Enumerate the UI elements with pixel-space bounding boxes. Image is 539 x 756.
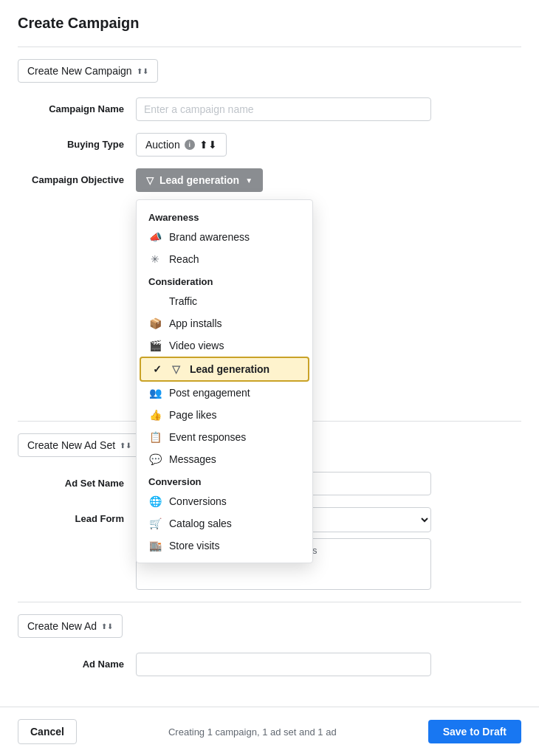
- consideration-section-label: Consideration: [137, 270, 312, 290]
- create-campaign-button[interactable]: Create New Campaign ⬆⬇: [18, 59, 158, 83]
- conversions-label: Conversions: [169, 495, 227, 507]
- brand-awareness-item[interactable]: 📣 Brand awareness: [137, 226, 312, 248]
- create-campaign-label: Create New Campaign: [27, 65, 132, 77]
- campaign-objective-button[interactable]: ▽ Lead generation ▼: [136, 168, 263, 192]
- traffic-item[interactable]: Traffic: [137, 290, 312, 312]
- page-likes-icon: 👍: [148, 409, 162, 421]
- page-title: Create Campaign: [18, 15, 521, 32]
- campaign-objective-label: Campaign Objective: [18, 168, 136, 185]
- post-engagement-icon: 👥: [148, 387, 162, 399]
- buying-type-arrow: ⬆⬇: [199, 139, 217, 151]
- info-icon: i: [185, 140, 195, 150]
- save-to-draft-button[interactable]: Save to Draft: [428, 720, 521, 743]
- create-ad-set-label: Create New Ad Set: [27, 439, 115, 451]
- page-likes-label: Page likes: [169, 409, 217, 421]
- app-installs-icon: 📦: [148, 317, 162, 329]
- lead-generation-label: Lead generation: [190, 363, 270, 375]
- post-engagement-label: Post engagement: [169, 387, 250, 399]
- catalog-sales-icon: 🛒: [148, 518, 162, 529]
- filter-icon: ▽: [146, 175, 154, 186]
- ad-dropdown-arrow: ⬆⬇: [101, 622, 113, 630]
- messages-item[interactable]: 💬 Messages: [137, 448, 312, 470]
- buying-type-button[interactable]: Auction i ⬆⬇: [136, 133, 227, 157]
- store-visits-icon: 🏬: [148, 540, 162, 551]
- lead-form-label: Lead Form: [18, 507, 136, 524]
- messages-icon: 💬: [148, 453, 162, 465]
- campaign-name-input[interactable]: [136, 97, 431, 121]
- auction-label: Auction: [145, 139, 180, 151]
- campaign-objective-row: Campaign Objective ▽ Lead generation ▼ A…: [18, 168, 521, 192]
- objective-chevron: ▼: [245, 176, 253, 185]
- check-icon: ✓: [153, 363, 162, 375]
- campaign-name-label: Campaign Name: [18, 97, 136, 114]
- objective-selected-label: Lead generation: [159, 174, 239, 186]
- video-views-label: Video views: [169, 340, 224, 351]
- app-installs-label: App installs: [169, 317, 222, 329]
- reach-label: Reach: [169, 253, 199, 265]
- create-ad-set-button[interactable]: Create New Ad Set ⬆⬇: [18, 433, 141, 457]
- conversion-section-label: Conversion: [137, 470, 312, 490]
- campaign-name-row: Campaign Name: [18, 97, 521, 121]
- page-likes-item[interactable]: 👍 Page likes: [137, 404, 312, 426]
- event-responses-item[interactable]: 📋 Event responses: [137, 426, 312, 448]
- catalog-sales-label: Catalog sales: [169, 518, 232, 529]
- ad-name-label: Ad Name: [18, 653, 136, 670]
- app-installs-item[interactable]: 📦 App installs: [137, 312, 312, 334]
- reach-icon: ✳: [148, 253, 162, 265]
- reach-item[interactable]: ✳ Reach: [137, 248, 312, 270]
- conversions-icon: 🌐: [148, 495, 162, 507]
- video-views-item[interactable]: 🎬 Video views: [137, 334, 312, 357]
- divider-3: [18, 602, 521, 602]
- buying-type-row: Buying Type Auction i ⬆⬇: [18, 133, 521, 157]
- video-views-icon: 🎬: [148, 340, 162, 351]
- lead-generation-item[interactable]: ✓ ▽ Lead generation: [140, 357, 309, 382]
- conversions-item[interactable]: 🌐 Conversions: [137, 490, 312, 512]
- store-visits-label: Store visits: [169, 540, 219, 551]
- create-ad-label: Create New Ad: [27, 620, 97, 632]
- footer: Cancel Creating 1 campaign, 1 ad set and…: [0, 707, 539, 756]
- divider-1: [18, 47, 521, 47]
- campaign-dropdown-arrow: ⬆⬇: [137, 67, 148, 75]
- post-engagement-item[interactable]: 👥 Post engagement: [137, 382, 312, 404]
- awareness-section-label: Awareness: [137, 206, 312, 226]
- objective-dropdown-menu: Awareness 📣 Brand awareness ✳ Reach Cons…: [136, 199, 313, 563]
- messages-label: Messages: [169, 453, 216, 465]
- cancel-button[interactable]: Cancel: [18, 719, 77, 744]
- create-ad-button[interactable]: Create New Ad ⬆⬇: [18, 614, 123, 638]
- footer-status: Creating 1 campaign, 1 ad set and 1 ad: [168, 726, 337, 738]
- brand-awareness-icon: 📣: [148, 231, 162, 243]
- buying-type-label: Buying Type: [18, 133, 136, 150]
- ad-name-input[interactable]: [136, 653, 431, 676]
- lead-gen-icon: ▽: [169, 363, 182, 375]
- traffic-label: Traffic: [169, 295, 197, 307]
- ad-set-name-label: Ad Set Name: [18, 472, 136, 489]
- store-visits-item[interactable]: 🏬 Store visits: [137, 535, 312, 557]
- event-responses-label: Event responses: [169, 431, 246, 443]
- ad-set-dropdown-arrow: ⬆⬇: [120, 441, 131, 450]
- catalog-sales-item[interactable]: 🛒 Catalog sales: [137, 512, 312, 535]
- ad-name-row: Ad Name: [18, 653, 521, 676]
- brand-awareness-label: Brand awareness: [169, 231, 250, 243]
- event-responses-icon: 📋: [148, 431, 162, 443]
